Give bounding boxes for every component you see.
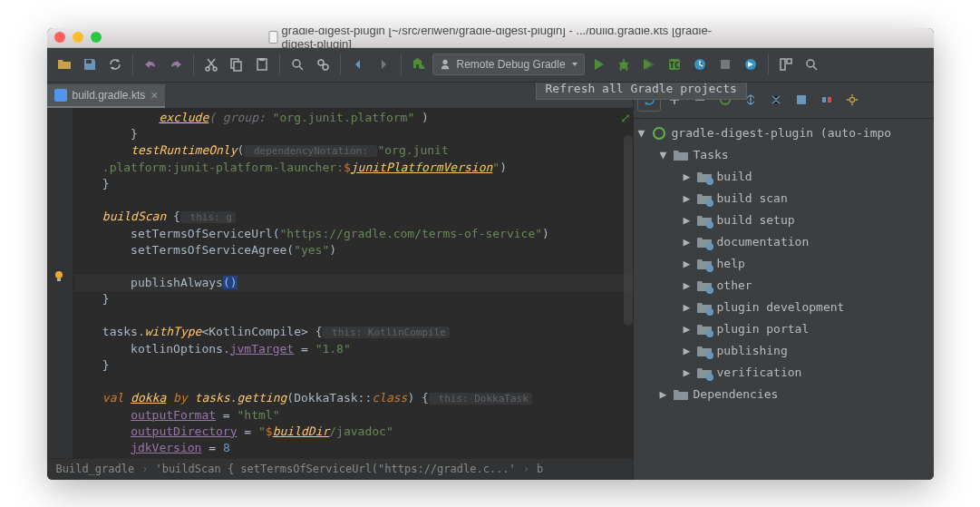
debug-icon[interactable] (612, 53, 636, 76)
svg-rect-0 (86, 60, 92, 63)
structure-icon[interactable] (774, 53, 798, 76)
intention-bulb-icon[interactable] (53, 269, 65, 282)
ide-window: gradle-digest-plugin [~/src/eriwen/gradl… (47, 28, 934, 480)
tasks-icon[interactable] (790, 88, 813, 112)
task-folder-icon (697, 301, 712, 314)
tree-task-item[interactable]: ▶build scan (634, 188, 934, 210)
tasks-label: Tasks (694, 148, 729, 161)
tree-task-item[interactable]: ▶plugin portal (634, 318, 934, 340)
tree-task-item[interactable]: ▶build setup (634, 210, 934, 231)
find-icon[interactable] (286, 53, 309, 76)
minimize-icon[interactable] (73, 32, 83, 43)
window-title: gradle-digest-plugin [~/src/eriwen/gradl… (268, 28, 712, 52)
chevron-right-icon[interactable]: ▶ (683, 300, 692, 314)
run-config-selector[interactable]: Remote Debug Gradle (432, 54, 585, 75)
chevron-right-icon[interactable]: ▶ (683, 322, 692, 336)
tree-task-item[interactable]: ▶verification (634, 362, 934, 384)
svg-point-8 (318, 60, 324, 65)
breadcrumb[interactable]: Build_gradle › 'buildScan { setTermsOfSe… (47, 458, 633, 480)
tab-build-gradle[interactable]: build.gradle.kts × (47, 84, 166, 108)
task-label: build (717, 170, 752, 183)
task-label: plugin portal (717, 322, 810, 336)
chevron-right-icon[interactable]: ▶ (683, 257, 692, 270)
task-label: build setup (717, 213, 795, 227)
close-icon[interactable]: × (150, 88, 158, 102)
back-icon[interactable] (346, 53, 370, 76)
collapse-icon[interactable] (764, 88, 788, 112)
profiler-icon[interactable]: TC (663, 53, 686, 76)
tab-label: build.gradle.kts (73, 89, 146, 102)
tree-dependencies[interactable]: ▶ Dependencies (634, 384, 934, 405)
chevron-down-icon[interactable]: ▼ (659, 148, 668, 161)
svg-rect-21 (57, 278, 61, 281)
tree-task-item[interactable]: ▶documentation (634, 231, 934, 253)
svg-rect-26 (828, 97, 831, 102)
clock-icon[interactable] (688, 53, 712, 76)
replace-icon[interactable] (311, 53, 335, 76)
task-label: verification (717, 366, 802, 379)
chevron-right-icon[interactable]: ▶ (683, 213, 692, 227)
scrollbar[interactable] (624, 135, 633, 326)
tree-task-item[interactable]: ▶other (634, 275, 934, 297)
tree-task-item[interactable]: ▶help (634, 253, 934, 275)
tree-tasks[interactable]: ▼ Tasks (634, 144, 934, 166)
run-icon[interactable] (587, 53, 610, 76)
chevron-right-icon[interactable]: ▶ (659, 387, 668, 401)
gradle-tree[interactable]: ▼ gradle-digest-plugin (auto-impo ▼ Task… (634, 119, 934, 480)
task-folder-icon (697, 366, 712, 379)
task-label: help (717, 257, 745, 270)
chevron-right-icon[interactable]: ▶ (683, 235, 692, 249)
search-icon[interactable] (800, 53, 823, 76)
sync-icon[interactable] (103, 53, 127, 76)
breadcrumb-item[interactable]: Build_gradle (56, 463, 135, 475)
save-icon[interactable] (78, 53, 102, 76)
build-icon[interactable] (407, 53, 431, 76)
svg-point-11 (620, 62, 627, 69)
task-label: publishing (717, 344, 788, 357)
chevron-right-icon[interactable]: ▶ (683, 191, 692, 205)
cut-icon[interactable] (199, 53, 223, 76)
svg-point-20 (55, 271, 63, 278)
tree-root[interactable]: ▼ gradle-digest-plugin (auto-impo (634, 122, 934, 144)
svg-point-10 (442, 60, 447, 64)
stop-icon[interactable] (713, 53, 737, 76)
tree-task-item[interactable]: ▶publishing (634, 340, 934, 362)
open-icon[interactable] (53, 53, 76, 76)
svg-point-7 (293, 60, 300, 67)
offline-icon[interactable] (815, 88, 839, 112)
forward-icon[interactable] (372, 53, 395, 76)
collapse-marker-icon[interactable]: ⤢ (620, 110, 631, 126)
editor-gutter (47, 108, 73, 458)
svg-rect-6 (259, 58, 265, 61)
svg-point-1 (206, 67, 209, 71)
code-editor[interactable]: ⤢ exclude( group: "org.junit.platform" )… (47, 108, 633, 458)
copy-icon[interactable] (225, 53, 248, 76)
close-icon[interactable] (54, 32, 65, 43)
gradle-icon (652, 127, 666, 140)
task-folder-icon (697, 279, 712, 292)
paste-icon[interactable] (250, 53, 274, 76)
jrebel-icon[interactable] (739, 53, 762, 76)
chevron-right-icon[interactable]: ▶ (683, 170, 692, 183)
svg-text:TC: TC (669, 61, 679, 70)
svg-point-27 (849, 97, 854, 102)
folder-icon (674, 388, 688, 401)
svg-point-9 (323, 64, 328, 70)
zoom-icon[interactable] (91, 32, 102, 43)
svg-rect-4 (234, 62, 241, 71)
chevron-right-icon[interactable]: ▶ (683, 278, 692, 292)
settings-icon[interactable] (840, 88, 864, 112)
refresh-tooltip: Refresh all Gradle projects (536, 83, 747, 100)
breadcrumb-item[interactable]: b (537, 463, 543, 475)
redo-icon[interactable] (164, 53, 188, 76)
deps-label: Dependencies (694, 387, 779, 401)
chevron-down-icon[interactable]: ▼ (637, 126, 646, 140)
breadcrumb-item[interactable]: 'buildScan { setTermsOfServiceUrl("https… (155, 463, 515, 475)
content-area: build.gradle.kts × ⤢ exclude( group: "or… (47, 83, 934, 480)
tree-task-item[interactable]: ▶build (634, 166, 934, 188)
undo-icon[interactable] (139, 53, 162, 76)
chevron-right-icon[interactable]: ▶ (683, 366, 692, 379)
tree-task-item[interactable]: ▶plugin development (634, 297, 934, 318)
chevron-right-icon[interactable]: ▶ (683, 344, 692, 357)
coverage-icon[interactable] (637, 53, 661, 76)
